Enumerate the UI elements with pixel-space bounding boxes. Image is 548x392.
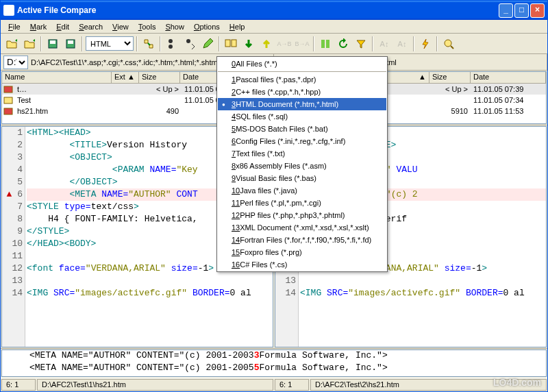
dropdown-item[interactable]: 5 MS-DOS Batch Files (*.bat) bbox=[218, 123, 386, 135]
maximize-button[interactable]: □ bbox=[514, 3, 529, 18]
find-next-button[interactable] bbox=[182, 36, 198, 52]
dropdown-item[interactable]: 16 C# Files (*.cs) bbox=[218, 258, 386, 271]
dropdown-item[interactable]: 10 Java files (*.java) bbox=[218, 184, 386, 197]
zoom-button[interactable] bbox=[440, 36, 457, 52]
dropdown-item[interactable]: 9 Visual Basic files (*.bas) bbox=[218, 172, 386, 184]
compare-button[interactable] bbox=[140, 36, 157, 52]
svg-point-8 bbox=[445, 40, 451, 47]
save-right-button[interactable] bbox=[62, 36, 79, 52]
file-html-icon bbox=[3, 106, 13, 116]
col-ext[interactable]: Ext ▲ bbox=[112, 72, 139, 83]
dropdown-item[interactable]: 7 Text files (*.txt) bbox=[218, 147, 386, 160]
svg-rect-3 bbox=[68, 40, 73, 44]
svg-rect-4 bbox=[225, 40, 230, 47]
sync-button[interactable] bbox=[317, 36, 334, 52]
menu-tools[interactable]: Tools bbox=[134, 21, 161, 32]
diff-detail-bar: <META NAME="AUTHOR" CONTENT="(c) 2001-20… bbox=[1, 350, 547, 377]
open-left-button[interactable] bbox=[3, 36, 20, 52]
prev-diff-button[interactable] bbox=[258, 36, 275, 52]
menu-view[interactable]: View bbox=[108, 21, 134, 32]
col-size[interactable]: Size bbox=[139, 72, 180, 83]
filetype-dropdown-menu[interactable]: 0 All Files (*.*)1 Pascal files (*.pas,*… bbox=[216, 56, 388, 272]
minimize-button[interactable]: _ bbox=[499, 3, 513, 18]
dropdown-item[interactable]: 15 Foxpro files (*.prg) bbox=[218, 246, 386, 258]
menu-help[interactable]: Help bbox=[225, 21, 250, 32]
font2-button[interactable]: A↕ bbox=[394, 36, 410, 52]
dropdown-item[interactable]: 2 C++ files (*.cpp,*.h,*.hpp) bbox=[218, 86, 386, 98]
window-title: Active File Compare bbox=[17, 5, 499, 15]
status-pos-left: 6: 1 bbox=[1, 379, 36, 391]
col-date[interactable]: Date bbox=[471, 72, 546, 83]
titlebar[interactable]: Active File Compare _ □ × bbox=[1, 1, 547, 20]
diff-line-2: <META NAME="AUTHOR" CONTENT="(c) 2001-20… bbox=[2, 363, 546, 375]
filetype-dropdown[interactable]: HTML bbox=[86, 36, 134, 51]
open-right-button[interactable] bbox=[21, 36, 38, 52]
edit-button[interactable] bbox=[199, 36, 216, 52]
path-filter-left: D:\AFC2\Test\1\*.asp;*.cgi;*.css;*.idc;*… bbox=[31, 58, 242, 66]
dropdown-item[interactable]: ●3 HTML Document (*.htm,*.html) bbox=[218, 98, 386, 110]
folder-icon bbox=[3, 95, 13, 105]
menubar: File Mark Edit Search View Tools Show Op… bbox=[1, 20, 547, 34]
status-path-left: D:\AFC2\Test\1\hs21.htm bbox=[37, 379, 273, 391]
menu-show[interactable]: Show bbox=[160, 21, 189, 32]
diff-line-1: <META NAME="AUTHOR" CONTENT="(c) 2001-20… bbox=[2, 350, 546, 363]
svg-rect-6 bbox=[321, 40, 325, 48]
toolbar: HTML A→B B→A A↕ A↕ bbox=[1, 34, 547, 54]
folder-up-icon bbox=[3, 84, 13, 94]
dropdown-item[interactable]: 14 Fortran Files (*.for,*.f,*.f90,*.f95,… bbox=[218, 234, 386, 246]
svg-rect-5 bbox=[232, 40, 236, 47]
statusbar: 6: 1 D:\AFC2\Test\1\hs21.htm 6: 1 D:\AFC… bbox=[1, 378, 547, 391]
next-diff-button[interactable] bbox=[240, 36, 257, 52]
dropdown-item[interactable]: 12 PHP files (*.php,*.php3,*.phtml) bbox=[218, 209, 386, 221]
copy-right-button[interactable]: B→A bbox=[294, 36, 310, 52]
find-button[interactable] bbox=[164, 36, 180, 52]
menu-search[interactable]: Search bbox=[74, 21, 108, 32]
svg-rect-1 bbox=[50, 40, 55, 44]
dropdown-item[interactable]: 13 XML Document (*.xml,*.xsd,*.xsl,*.xsl… bbox=[218, 221, 386, 234]
svg-rect-10 bbox=[4, 97, 12, 103]
dropdown-item[interactable]: 4 SQL files (*.sql) bbox=[218, 110, 386, 123]
col-name[interactable]: Name bbox=[2, 72, 112, 83]
menu-file[interactable]: File bbox=[3, 21, 25, 32]
svg-rect-7 bbox=[326, 40, 329, 48]
lightning-button[interactable] bbox=[417, 36, 434, 52]
dropdown-item[interactable]: 0 All Files (*.*) bbox=[218, 58, 386, 70]
copy-left-button[interactable]: A→B bbox=[276, 36, 292, 52]
drive-select-left[interactable]: D:\ bbox=[3, 56, 28, 69]
svg-rect-11 bbox=[4, 108, 12, 114]
menu-mark[interactable]: Mark bbox=[25, 21, 51, 32]
svg-rect-9 bbox=[4, 86, 12, 93]
font-button[interactable]: A↕ bbox=[376, 36, 393, 52]
save-left-button[interactable] bbox=[45, 36, 61, 52]
merge-button[interactable] bbox=[223, 36, 239, 52]
dropdown-item[interactable]: 1 Pascal files (*.pas,*.dpr) bbox=[218, 73, 386, 86]
filter-button[interactable] bbox=[353, 36, 369, 52]
watermark: LO4D.com bbox=[493, 377, 541, 388]
dropdown-item[interactable]: 6 Config Files (*.ini,*.reg,*.cfg,*.inf) bbox=[218, 135, 386, 147]
dropdown-item[interactable]: 8 x86 Assembly Files (*.asm) bbox=[218, 160, 386, 172]
status-pos-right: 6: 1 bbox=[275, 379, 309, 391]
app-icon bbox=[3, 5, 14, 16]
close-button[interactable]: × bbox=[530, 3, 545, 18]
col-size[interactable]: Size bbox=[429, 72, 471, 83]
gutter-left: 1 2 3 4 5▲ 6 7 8 9 10 11 12 13 14 bbox=[2, 127, 25, 347]
refresh-button[interactable] bbox=[335, 36, 351, 52]
menu-edit[interactable]: Edit bbox=[51, 21, 74, 32]
menu-options[interactable]: Options bbox=[189, 21, 225, 32]
dropdown-item[interactable]: 11 Perl files (*.pl,*.pm,*.cgi) bbox=[218, 197, 386, 209]
